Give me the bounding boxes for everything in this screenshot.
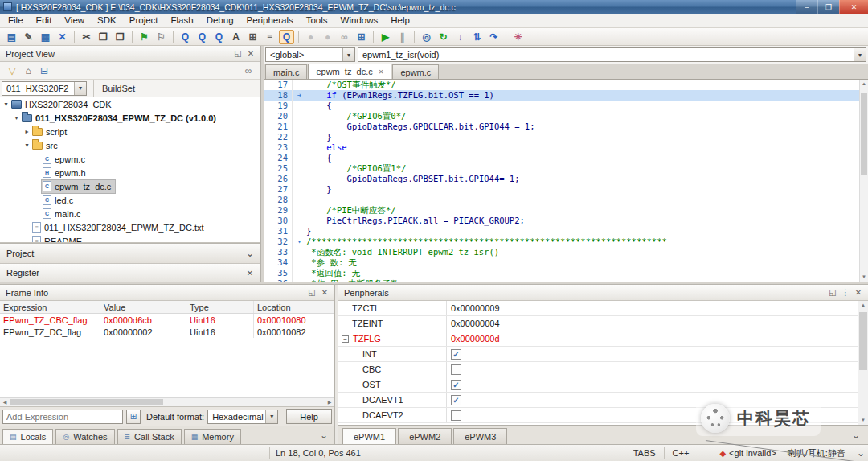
paste-icon[interactable]: ❒: [113, 30, 128, 44]
new-file-icon[interactable]: ▤: [4, 30, 19, 44]
tree-collapse-icon[interactable]: ▾: [12, 114, 21, 121]
tree-item-script[interactable]: ▸script: [0, 125, 260, 138]
restart-icon[interactable]: ↻: [436, 30, 451, 44]
chevron-down-icon[interactable]: ⌄: [857, 447, 865, 459]
tree-item-epwm-c[interactable]: Cepwm.c: [0, 152, 260, 166]
build-grid-icon[interactable]: ⊞: [354, 30, 369, 44]
menu-windows[interactable]: Windows: [334, 14, 385, 27]
register-row-tzctl[interactable]: TZCTL0x00000009: [338, 301, 858, 316]
tree-collapse-icon[interactable]: ▾: [23, 142, 31, 149]
add-expression-input[interactable]: [2, 410, 123, 424]
tab-epwm3[interactable]: ePWM3: [453, 428, 507, 444]
float-panel-icon[interactable]: ◱: [305, 288, 318, 297]
menu-peripherals[interactable]: Peripherals: [240, 14, 300, 27]
scroll-up-icon[interactable]: ▲: [860, 80, 868, 88]
bit-checkbox[interactable]: ✓: [451, 395, 461, 405]
collapse-icon[interactable]: −: [342, 335, 349, 343]
menu-debug[interactable]: Debug: [200, 14, 240, 27]
scroll-right-icon[interactable]: ▶: [325, 398, 334, 406]
column-header-type[interactable]: Type: [186, 301, 254, 313]
language-mode[interactable]: C++: [673, 448, 690, 458]
search-in-files-icon[interactable]: Q: [194, 30, 210, 44]
tab-epwm1[interactable]: ePWM1: [342, 428, 396, 444]
tab-memory[interactable]: ▦Memory: [184, 429, 241, 444]
cut-icon[interactable]: ✂: [79, 30, 94, 44]
tree-collapse-icon[interactable]: ▾: [2, 101, 10, 108]
code-line-21[interactable]: 21 GpioDataRegs.GPBCLEAR.bit.GPIO44 = 1;: [264, 121, 859, 132]
link-with-editor-icon[interactable]: ∞: [240, 65, 256, 76]
float-panel-icon[interactable]: ◱: [231, 49, 244, 58]
minimize-button[interactable]: –: [796, 0, 817, 14]
settings-star-icon[interactable]: ✳: [510, 30, 526, 44]
code-line-24[interactable]: 24 {: [264, 153, 859, 163]
register-row-dcaevt2[interactable]: DCAEVT2: [338, 408, 858, 423]
code-line-22[interactable]: 22 }: [264, 132, 859, 142]
collapse-all-icon[interactable]: ⊟: [36, 65, 52, 76]
register-row-tzflg[interactable]: −TZFLG0x0000000d: [338, 331, 858, 347]
code-line-19[interactable]: 19 {: [264, 101, 859, 111]
search-symbol-icon[interactable]: Q: [211, 30, 227, 44]
register-row-int[interactable]: INT✓: [338, 347, 858, 362]
copy-icon[interactable]: ❐: [96, 30, 111, 44]
step-out-icon[interactable]: ⇅: [469, 30, 485, 44]
peripherals-scrollbar[interactable]: ▲ ▼: [858, 301, 868, 425]
menu-edit[interactable]: Edit: [30, 14, 59, 27]
chevron-down-icon[interactable]: ⌄: [852, 430, 860, 441]
code-line-20[interactable]: 20 /*GPIO6置0*/: [264, 111, 859, 121]
scrollbar-thumb[interactable]: [861, 93, 867, 175]
tree-item-011-hxs320f28034-epwm-tz-dc-v1-0-0[interactable]: ▾011_HXS320F28034_EPWM_TZ_DC (v1.0.0): [0, 111, 260, 125]
tree-item-011-hxs320f28034-epwm-tz-dc-txt[interactable]: ≡011_HXS320F28034_EPWM_TZ_DC.txt: [0, 220, 260, 234]
watch-row-epwm-tz-cbc-flag[interactable]: EPwm_TZ_CBC_flag0x0000d6cbUint160x000100…: [0, 314, 334, 326]
format-combo[interactable]: Hexadecimal ▾: [207, 410, 278, 424]
menu-sdk[interactable]: SDK: [91, 14, 123, 27]
debug-detach-icon[interactable]: ●: [320, 30, 335, 44]
help-button[interactable]: Help: [286, 409, 332, 424]
project-tab-bar[interactable]: Project ⌄: [0, 243, 260, 263]
search-active-icon[interactable]: Q: [279, 30, 294, 44]
bit-checkbox[interactable]: [451, 364, 461, 375]
close-panel-icon[interactable]: ✕: [244, 49, 257, 58]
code-line-25[interactable]: 25 /*GPIO6置1*/: [264, 163, 859, 174]
code-line-33[interactable]: 33 *函数名: void INTERRUPT epwm2_tz_isr(): [264, 247, 859, 257]
scrollbar-track[interactable]: [10, 398, 325, 406]
close-button[interactable]: ✕: [839, 0, 868, 14]
code-line-28[interactable]: 28: [264, 195, 859, 205]
code-line-18[interactable]: 18➔ if (EPwm1Regs.TZFLG.bit.OST == 1): [264, 90, 859, 101]
code-line-35[interactable]: 35 *返回值: 无: [264, 268, 859, 278]
register-row-dcaevt1[interactable]: DCAEVT1✓: [338, 393, 858, 408]
pause-icon[interactable]: ∥: [395, 30, 410, 44]
tab-epwm2[interactable]: ePWM2: [398, 428, 452, 444]
tab-watches[interactable]: ◎Watches: [55, 429, 114, 444]
scroll-down-icon[interactable]: ▼: [860, 273, 868, 282]
code-line-31[interactable]: 31}: [264, 226, 859, 237]
tab-close-icon[interactable]: ✕: [379, 68, 384, 76]
link-icon[interactable]: ∞: [337, 30, 352, 44]
code-editor[interactable]: 17 /*OST事件触发*/18➔ if (EPwm1Regs.TZFLG.bi…: [264, 80, 868, 282]
filter-icon[interactable]: ▽: [4, 65, 20, 76]
horizontal-scrollbar[interactable]: ◀ ▶: [0, 397, 334, 406]
run-icon[interactable]: ▶: [378, 30, 393, 44]
scrollbar-thumb[interactable]: [10, 399, 163, 405]
debug-target-icon[interactable]: ◎: [419, 30, 434, 44]
debug-attach-icon[interactable]: ●: [303, 30, 318, 44]
editor-scrollbar[interactable]: ▲ ▼: [859, 80, 868, 282]
indent-mode[interactable]: TABS: [627, 448, 656, 458]
bookmark-flag-icon[interactable]: ⚑: [137, 30, 152, 44]
code-line-32[interactable]: 32▾/************************************…: [264, 237, 859, 247]
close-file-icon[interactable]: ✕: [55, 30, 70, 44]
scope-combo[interactable]: <global> ▾: [265, 47, 355, 62]
watch-row-epwm-tz-dc-flag[interactable]: EPwm_TZ_DC_flag0x00000002Uint160x0001008…: [0, 326, 334, 338]
tree-item-epwm-h[interactable]: Hepwm.h: [0, 166, 260, 179]
code-line-34[interactable]: 34 *参 数: 无: [264, 257, 859, 268]
close-panel-icon[interactable]: ✕: [852, 288, 865, 297]
symbol-combo[interactable]: epwm1_tz_isr(void) ▾: [358, 47, 866, 62]
register-row-tzeint[interactable]: TZEINT0x00000004: [338, 316, 858, 331]
column-header-expression[interactable]: Expression: [0, 301, 100, 313]
code-line-17[interactable]: 17 /*OST事件触发*/: [264, 80, 859, 90]
scrollbar-thumb[interactable]: [859, 312, 867, 370]
code-line-26[interactable]: 26 GpioDataRegs.GPBSET.bit.GPIO44= 1;: [264, 174, 859, 184]
buildset-combo[interactable]: 011_HXS320F2 ▾: [2, 81, 87, 96]
register-row-cbc[interactable]: CBC: [338, 362, 858, 377]
scroll-down-icon[interactable]: ▼: [858, 416, 868, 425]
code-line-30[interactable]: 30 PieCtrlRegs.PIEACK.all = PIEACK_GROUP…: [264, 216, 859, 226]
